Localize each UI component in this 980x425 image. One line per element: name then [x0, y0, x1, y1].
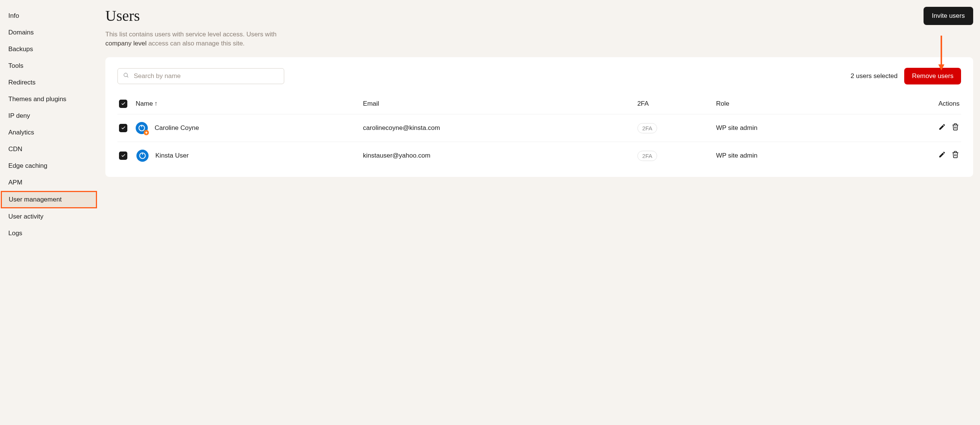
delete-button[interactable]	[951, 124, 959, 132]
column-header-actions: Actions	[867, 94, 961, 114]
search-input[interactable]	[134, 72, 278, 80]
invite-users-button[interactable]: Invite users	[924, 7, 973, 25]
sidebar-item-apm[interactable]: APM	[0, 174, 99, 191]
search-icon	[123, 72, 134, 80]
page-description: This list contains users with service le…	[105, 30, 280, 48]
trash-icon	[951, 151, 959, 160]
edit-button[interactable]	[938, 124, 946, 132]
column-header-2fa[interactable]: 2FA	[636, 94, 715, 114]
sidebar-item-domains[interactable]: Domains	[0, 24, 99, 41]
user-email: carolinecoyne@kinsta.com	[361, 114, 636, 142]
pencil-icon	[938, 151, 946, 160]
sidebar-item-logs[interactable]: Logs	[0, 225, 99, 242]
user-name: Caroline Coyne	[154, 124, 199, 132]
svg-line-1	[127, 76, 128, 77]
row-checkbox[interactable]	[119, 152, 127, 160]
selected-count: 2 users selected	[851, 72, 898, 80]
sidebar-item-edge-caching[interactable]: Edge caching	[0, 158, 99, 174]
select-all-checkbox[interactable]	[119, 100, 127, 108]
main-content: Users This list contains users with serv…	[99, 0, 980, 425]
column-header-name[interactable]: Name↑	[134, 94, 361, 114]
sidebar-item-info[interactable]: Info	[0, 8, 99, 24]
sidebar-item-backups[interactable]: Backups	[0, 41, 99, 57]
avatar-badge-icon: ✦	[144, 130, 149, 135]
pencil-icon	[938, 123, 946, 133]
svg-point-0	[124, 73, 127, 76]
user-name: Kinsta User	[155, 152, 189, 159]
sidebar-item-redirects[interactable]: Redirects	[0, 74, 99, 91]
table-row: ✦ Caroline Coyne carolinecoyne@kinsta.co…	[118, 114, 961, 142]
column-header-role[interactable]: Role	[714, 94, 867, 114]
users-table: Name↑ Email 2FA Role Actions	[118, 94, 961, 170]
user-role: WP site admin	[714, 114, 867, 142]
users-card: 2 users selected Remove users Name↑ Emai…	[105, 57, 973, 177]
trash-icon	[951, 123, 959, 133]
twofa-badge: 2FA	[637, 151, 657, 161]
sidebar-item-themes-plugins[interactable]: Themes and plugins	[0, 91, 99, 108]
user-email: kinstauser@yahoo.com	[361, 142, 636, 170]
search-field-wrap[interactable]	[118, 68, 284, 84]
sidebar-item-tools[interactable]: Tools	[0, 57, 99, 74]
edit-button[interactable]	[938, 151, 946, 159]
column-header-email[interactable]: Email	[361, 94, 636, 114]
page-title: Users	[105, 7, 280, 25]
delete-button[interactable]	[951, 151, 959, 159]
table-row: Kinsta User kinstauser@yahoo.com 2FA WP …	[118, 142, 961, 170]
sort-ascending-icon: ↑	[154, 100, 158, 107]
avatar	[137, 150, 148, 162]
sidebar: Info Domains Backups Tools Redirects The…	[0, 0, 99, 425]
sidebar-item-user-management[interactable]: User management	[1, 191, 97, 208]
sidebar-item-analytics[interactable]: Analytics	[0, 124, 99, 141]
user-role: WP site admin	[714, 142, 867, 170]
sidebar-item-user-activity[interactable]: User activity	[0, 208, 99, 225]
row-checkbox[interactable]	[119, 124, 127, 132]
twofa-badge: 2FA	[637, 123, 657, 133]
remove-users-button[interactable]: Remove users	[904, 68, 961, 84]
sidebar-item-ip-deny[interactable]: IP deny	[0, 108, 99, 124]
avatar: ✦	[136, 122, 148, 134]
sidebar-item-cdn[interactable]: CDN	[0, 141, 99, 158]
